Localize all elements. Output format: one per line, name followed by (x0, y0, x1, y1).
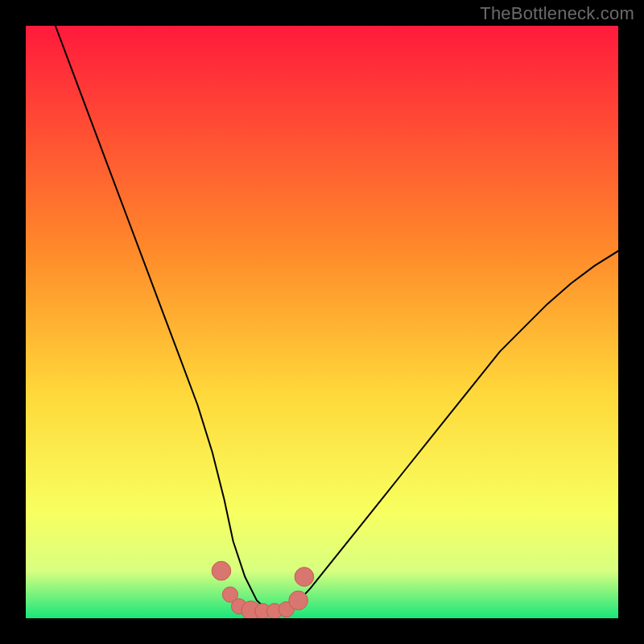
valley-marker (289, 591, 308, 610)
valley-marker (295, 568, 314, 587)
watermark-text: TheBottleneck.com (480, 3, 634, 24)
bottleneck-chart (0, 0, 644, 644)
chart-container: TheBottleneck.com (0, 0, 644, 644)
valley-marker (212, 561, 231, 580)
